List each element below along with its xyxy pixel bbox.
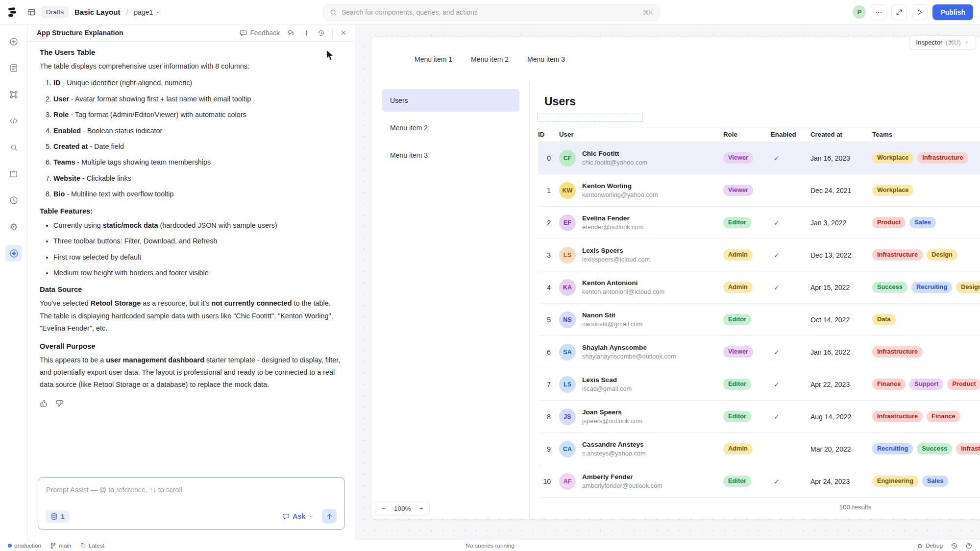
team-tag: Product — [872, 217, 906, 228]
environment-selector[interactable]: production — [8, 542, 41, 549]
column-header[interactable]: Teams — [872, 131, 892, 138]
cell-user: KAKenton Antonionikenton.antonioni@iclou… — [559, 279, 723, 296]
history-button[interactable] — [951, 542, 958, 550]
cell-enabled: ✓ — [771, 154, 810, 163]
app-nav-item-menu-item-3[interactable]: Menu item 3 — [382, 144, 519, 167]
more-options-button[interactable] — [871, 4, 886, 20]
new-chat-icon[interactable] — [303, 29, 310, 37]
table-row[interactable]: 5NSNanon Stitnanonstit@gmail.comEditorOc… — [538, 304, 980, 336]
releases-icon[interactable] — [5, 166, 22, 182]
layout-panels-toggle-icon[interactable] — [27, 8, 35, 16]
cell-user: AFAmberly Fenderamberlyfender@outlook.co… — [559, 473, 723, 490]
page-name: page1 — [134, 8, 153, 16]
user-avatar[interactable]: P — [853, 5, 866, 19]
ai-assistant-icon[interactable] — [5, 245, 22, 262]
search-shortcut: ⌘K — [642, 9, 653, 16]
ai-panel: App Structure Explanation Feedback The U… — [28, 24, 355, 540]
column-header[interactable]: Created at — [810, 131, 872, 138]
table-row[interactable]: 3LSLexis Speerslexisspeers@icloud.comAdm… — [538, 239, 980, 271]
column-header[interactable]: Role — [723, 131, 771, 138]
chat-history-icon[interactable] — [318, 29, 325, 37]
column-header[interactable]: Enabled — [771, 131, 810, 138]
statusbar: production main Latest No queries runnin… — [0, 540, 980, 551]
check-icon: ✓ — [774, 381, 780, 388]
table-row[interactable]: 0CFChic Footittchic.footitt@yahoo.comVie… — [538, 142, 980, 174]
table-row[interactable]: 4KAKenton Antonionikenton.antonioni@iclo… — [538, 271, 980, 304]
app-menu-item[interactable]: Menu item 1 — [415, 55, 452, 63]
cell-id: 3 — [538, 251, 551, 259]
debug-button[interactable]: Debug — [917, 542, 943, 549]
app-name[interactable]: Basic Layout — [74, 8, 120, 16]
thumbs-down-button[interactable] — [55, 399, 63, 407]
page-selector[interactable]: page1 — [134, 8, 161, 16]
thumbs-up-button[interactable] — [40, 399, 48, 407]
user-name: Cassandre Ansteys — [582, 441, 646, 448]
send-button[interactable] — [322, 509, 337, 524]
settings-icon[interactable]: ⚙ — [5, 218, 22, 235]
user-name: Joan Speers — [582, 408, 642, 416]
table-row[interactable]: 2EFEvelina Fenderefender@outlook.comEdit… — [538, 207, 980, 239]
add-component-icon[interactable] — [5, 33, 22, 50]
table-footer: 100 results — [538, 498, 980, 516]
cell-role: Editor — [723, 476, 771, 487]
app-menu-item[interactable]: Menu item 2 — [471, 55, 509, 63]
zoom-out-button[interactable]: − — [382, 505, 386, 512]
app-nav-item-menu-item-2[interactable]: Menu item 2 — [382, 117, 519, 139]
search-icon[interactable] — [5, 139, 22, 156]
cell-enabled: ✓ — [771, 283, 810, 292]
chevron-right-icon — [964, 40, 970, 46]
column-header[interactable]: ID — [538, 131, 559, 138]
components-icon[interactable] — [5, 86, 22, 103]
team-tag: Workplace — [872, 185, 913, 196]
code-icon[interactable] — [5, 113, 22, 129]
context-count-badge[interactable]: 1 — [46, 510, 69, 523]
threads-icon[interactable] — [287, 29, 295, 36]
avatar: NS — [559, 311, 576, 328]
pages-icon[interactable] — [5, 60, 22, 76]
history-icon[interactable] — [5, 192, 22, 209]
cell-id: 4 — [538, 284, 551, 291]
team-tag: Infrastructure — [917, 152, 968, 164]
retool-logo-icon[interactable] — [7, 7, 18, 18]
table-row[interactable]: 6SAShaylah Aynscombeshaylahaynscombe@out… — [538, 336, 980, 368]
cell-teams: InfrastructureDesign — [872, 249, 957, 261]
table-row[interactable]: 8JSJoan Speersjspeers@outlook.comEditor✓… — [538, 401, 980, 433]
global-search-input[interactable]: Search for components, queries, and acti… — [323, 4, 660, 21]
cell-role: Admin — [723, 443, 771, 455]
avatar: JS — [559, 408, 576, 425]
inspector-button[interactable]: Inspector (⌘U) — [909, 35, 976, 49]
help-button[interactable] — [966, 543, 972, 549]
zoom-level[interactable]: 100% — [394, 505, 411, 512]
publish-button[interactable]: Publish — [932, 4, 973, 20]
feedback-button[interactable]: Feedback — [240, 29, 280, 37]
ask-mode-selector[interactable]: Ask — [282, 512, 314, 520]
table-row[interactable]: 10AFAmberly Fenderamberlyfender@outlook.… — [538, 465, 980, 498]
cell-teams: FinanceSupportProduct — [872, 379, 980, 390]
cell-user: LSLexis Scadlscad@gmail.com — [559, 376, 723, 393]
app-menu-item[interactable]: Menu item 3 — [527, 55, 565, 63]
team-tag: Infrastructure — [956, 443, 980, 455]
column-header[interactable]: User — [559, 131, 723, 138]
team-tag: Finance — [927, 411, 960, 422]
version-selector[interactable]: Latest — [80, 542, 104, 549]
team-tag: Engineering — [872, 476, 918, 487]
fullscreen-button[interactable] — [891, 4, 907, 20]
canvas[interactable]: Inspector (⌘U) Menu item 1Menu item 2Men… — [355, 24, 980, 540]
table-row[interactable]: 1KWKenton Worlingkentonworling@yahoo.com… — [538, 174, 980, 207]
ai-message-blocks: The Users TableThe table displays compre… — [40, 48, 343, 391]
user-name: Amberly Fender — [582, 473, 662, 480]
branch-selector[interactable]: main — [50, 542, 72, 549]
zoom-in-button[interactable]: + — [419, 505, 423, 512]
table-row[interactable]: 7LSLexis Scadlscad@gmail.comEditor✓Apr 2… — [538, 368, 980, 401]
selection-handle[interactable] — [537, 114, 643, 122]
user-email: kenton.antonioni@icloud.com — [582, 288, 664, 295]
close-icon[interactable] — [340, 29, 347, 36]
app-nav-item-users[interactable]: Users — [382, 89, 519, 112]
preview-button[interactable] — [912, 4, 928, 20]
table-row[interactable]: 9CACassandre Ansteysc.ansteys@yahoo.comA… — [538, 433, 980, 465]
drafts-badge[interactable]: Drafts — [41, 6, 69, 18]
check-icon: ✓ — [774, 478, 780, 485]
prompt-assist-input[interactable]: Prompt Assist — @ to reference, ↑↓ to sc… — [38, 477, 345, 530]
team-tag: Product — [947, 379, 980, 390]
page-title[interactable]: Users — [544, 95, 980, 108]
